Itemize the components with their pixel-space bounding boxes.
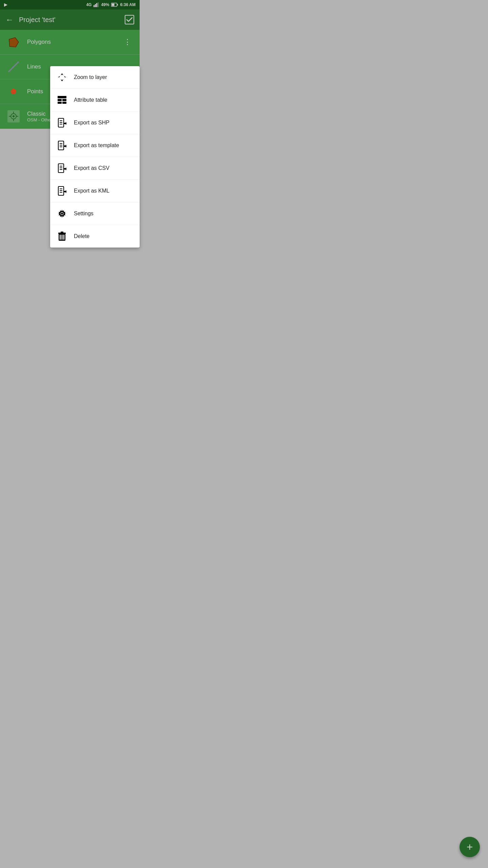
export-kml-icon [57, 186, 67, 196]
menu-item-export-template[interactable]: Export as template [50, 134, 140, 157]
menu-item-delete[interactable]: Delete [50, 225, 140, 248]
menu-item-export-kml[interactable]: Export as KML [50, 180, 140, 202]
svg-rect-53 [62, 235, 63, 240]
settings-icon [57, 209, 67, 219]
svg-marker-20 [64, 76, 66, 77]
attribute-table-label: Attribute table [74, 97, 107, 103]
attribute-table-icon [57, 95, 67, 105]
menu-item-export-shp[interactable]: Export as SHP [50, 112, 140, 134]
svg-rect-23 [58, 96, 66, 98]
export-template-label: Export as template [74, 142, 119, 149]
export-csv-icon [57, 163, 67, 173]
zoom-to-layer-icon [57, 72, 67, 82]
menu-item-settings[interactable]: Settings [50, 202, 140, 225]
delete-label: Delete [74, 233, 89, 239]
svg-marker-17 [61, 73, 62, 75]
svg-rect-25 [62, 99, 66, 101]
zoom-to-layer-label: Zoom to layer [74, 74, 107, 80]
svg-rect-27 [62, 102, 66, 104]
svg-rect-52 [60, 235, 61, 240]
svg-marker-22 [62, 79, 63, 81]
svg-rect-54 [63, 235, 64, 240]
svg-point-50 [61, 213, 63, 215]
context-menu: Zoom to layer Attribute table Expo [50, 66, 140, 248]
export-kml-label: Export as KML [74, 188, 109, 194]
svg-rect-24 [58, 99, 62, 101]
svg-marker-19 [58, 76, 60, 77]
export-template-icon [57, 140, 67, 151]
export-shp-label: Export as SHP [74, 120, 109, 126]
svg-marker-21 [62, 73, 63, 75]
menu-item-zoom-to-layer[interactable]: Zoom to layer [50, 66, 140, 89]
svg-marker-18 [61, 79, 62, 81]
menu-item-attribute-table[interactable]: Attribute table [50, 89, 140, 112]
export-csv-label: Export as CSV [74, 165, 109, 171]
delete-icon [57, 231, 67, 241]
export-shp-icon [57, 118, 67, 128]
svg-rect-26 [58, 102, 62, 104]
menu-item-export-csv[interactable]: Export as CSV [50, 157, 140, 180]
settings-label: Settings [74, 211, 94, 217]
svg-rect-56 [61, 232, 63, 233]
